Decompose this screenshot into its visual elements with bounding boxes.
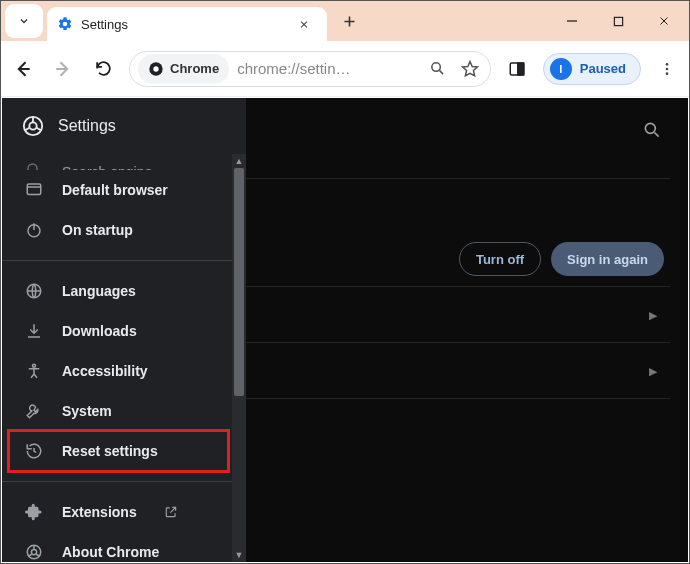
svg-point-10	[666, 72, 669, 75]
power-icon	[24, 220, 44, 240]
omnibox[interactable]: Chrome chrome://settin…	[129, 51, 491, 87]
sidebar-list: Search engine Default browser On startup…	[2, 154, 246, 564]
reload-button[interactable]	[89, 55, 117, 83]
side-panel-button[interactable]	[503, 55, 531, 83]
sidebar-item-accessibility[interactable]: Accessibility	[2, 351, 246, 391]
maximize-button[interactable]	[595, 1, 641, 41]
row-expand-arrow[interactable]: ▶	[648, 366, 658, 376]
search-icon	[24, 160, 44, 170]
zoom-button[interactable]	[426, 57, 450, 81]
site-chip-label: Chrome	[170, 61, 219, 76]
sidebar-item-label: Languages	[62, 283, 136, 299]
download-icon	[24, 321, 44, 341]
browser-icon	[24, 180, 44, 200]
maximize-icon	[613, 16, 624, 27]
sidebar-item-label: Extensions	[62, 504, 137, 520]
sidebar-title: Settings	[58, 117, 116, 135]
chrome-icon	[24, 542, 44, 562]
plus-icon	[342, 14, 357, 29]
profile-status-label: Paused	[580, 61, 626, 76]
settings-main-panel: Turn off Sign in again ▶ ▶	[246, 98, 688, 562]
settings-sidebar: Settings Search engine Default browser O…	[2, 98, 246, 562]
sidebar-item-extensions[interactable]: Extensions	[2, 492, 246, 532]
globe-icon	[24, 281, 44, 301]
chrome-icon	[148, 61, 164, 77]
chrome-logo-icon	[22, 115, 44, 137]
arrow-right-icon	[53, 59, 73, 79]
svg-point-12	[29, 122, 36, 129]
sidebar-item-system[interactable]: System	[2, 391, 246, 431]
app-menu-button[interactable]	[653, 55, 681, 83]
wrench-icon	[24, 401, 44, 421]
sidebar-item-search-engine[interactable]: Search engine	[2, 154, 246, 170]
panel-separator	[246, 286, 670, 287]
restore-icon	[24, 441, 44, 461]
row-expand-arrow[interactable]: ▶	[648, 310, 658, 320]
sidebar-item-label: Search engine	[62, 164, 152, 170]
svg-point-22	[645, 123, 655, 133]
svg-rect-1	[614, 17, 622, 25]
settings-gear-icon	[57, 16, 73, 32]
reload-icon	[94, 59, 113, 78]
svg-rect-7	[518, 63, 524, 75]
svg-point-21	[31, 549, 36, 554]
close-icon	[299, 19, 309, 30]
svg-point-8	[666, 63, 669, 66]
sidebar-item-reset-settings[interactable]: Reset settings	[2, 431, 246, 471]
sidebar-item-label: Downloads	[62, 323, 137, 339]
chevron-down-icon	[18, 15, 30, 27]
site-chip[interactable]: Chrome	[138, 54, 229, 84]
external-link-icon	[163, 504, 179, 520]
bookmark-button[interactable]	[458, 57, 482, 81]
sidebar-header: Settings	[2, 98, 246, 154]
magnifier-icon	[429, 60, 446, 77]
url-text: chrome://settin…	[237, 60, 418, 77]
settings-search-button[interactable]	[640, 118, 664, 142]
page-content: Settings Search engine Default browser O…	[2, 98, 688, 562]
svg-rect-14	[27, 184, 41, 195]
sidebar-item-label: Default browser	[62, 182, 168, 198]
svg-point-4	[432, 63, 441, 72]
tab-title: Settings	[81, 17, 299, 32]
sidebar-item-label: System	[62, 403, 112, 419]
arrow-left-icon	[13, 59, 33, 79]
window-titlebar: Settings	[1, 1, 689, 41]
tabs-dropdown-button[interactable]	[5, 4, 43, 38]
accessibility-icon	[24, 361, 44, 381]
tab-close-button[interactable]	[299, 15, 317, 33]
panel-separator	[246, 178, 670, 179]
sidebar-item-on-startup[interactable]: On startup	[2, 210, 246, 250]
sidebar-item-languages[interactable]: Languages	[2, 271, 246, 311]
scroll-up-button[interactable]: ▲	[232, 154, 246, 168]
star-icon	[461, 60, 479, 78]
browser-tab[interactable]: Settings	[47, 7, 327, 41]
back-button[interactable]	[9, 55, 37, 83]
sidebar-item-label: On startup	[62, 222, 133, 238]
new-tab-button[interactable]	[335, 7, 363, 35]
profile-chip[interactable]: I Paused	[543, 53, 641, 85]
minimize-icon	[566, 15, 578, 27]
minimize-button[interactable]	[549, 1, 595, 41]
sidebar-item-downloads[interactable]: Downloads	[2, 311, 246, 351]
scroll-down-button[interactable]: ▼	[232, 548, 246, 562]
browser-toolbar: Chrome chrome://settin… I Paused	[1, 41, 689, 97]
close-window-button[interactable]	[641, 1, 687, 41]
svg-point-13	[28, 164, 37, 170]
sign-in-again-button[interactable]: Sign in again	[551, 242, 664, 276]
kebab-icon	[659, 61, 675, 77]
forward-button[interactable]	[49, 55, 77, 83]
sidebar-separator	[2, 260, 246, 261]
sidebar-item-default-browser[interactable]: Default browser	[2, 170, 246, 210]
sidebar-separator	[2, 481, 246, 482]
sidebar-item-label: Reset settings	[62, 443, 158, 459]
panel-separator	[246, 342, 670, 343]
close-icon	[658, 15, 670, 27]
sidebar-item-label: About Chrome	[62, 544, 159, 560]
scroll-thumb[interactable]	[234, 168, 244, 396]
sidebar-item-about-chrome[interactable]: About Chrome	[2, 532, 246, 564]
sidebar-scrollbar[interactable]: ▲ ▼	[232, 154, 246, 562]
panel-icon	[508, 60, 526, 78]
turn-off-button[interactable]: Turn off	[459, 242, 541, 276]
extension-icon	[24, 502, 44, 522]
profile-avatar: I	[550, 58, 572, 80]
